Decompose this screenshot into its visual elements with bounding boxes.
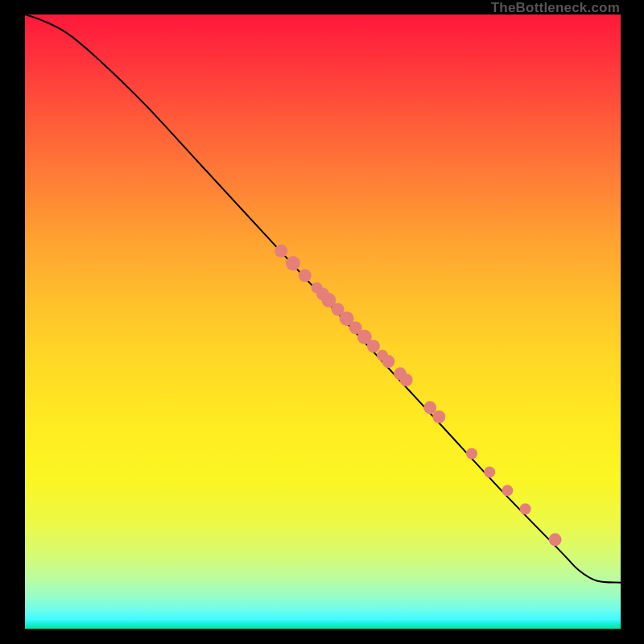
data-point: [423, 401, 436, 414]
data-point: [432, 411, 445, 423]
data-point: [484, 466, 495, 477]
data-point: [382, 355, 394, 368]
plot-area: [25, 14, 621, 629]
data-point: [275, 245, 287, 258]
chart-overlay: [25, 14, 621, 629]
data-point: [502, 485, 513, 496]
data-point: [286, 256, 300, 270]
data-point: [520, 503, 531, 514]
data-point: [400, 374, 413, 386]
data-point: [549, 533, 562, 546]
data-point: [367, 340, 380, 353]
markers-group: [275, 245, 561, 547]
chart-stage: TheBottleneck.com: [0, 0, 644, 644]
attribution-text: TheBottleneck.com: [491, 0, 620, 16]
data-point: [299, 269, 312, 282]
data-point: [466, 448, 477, 460]
